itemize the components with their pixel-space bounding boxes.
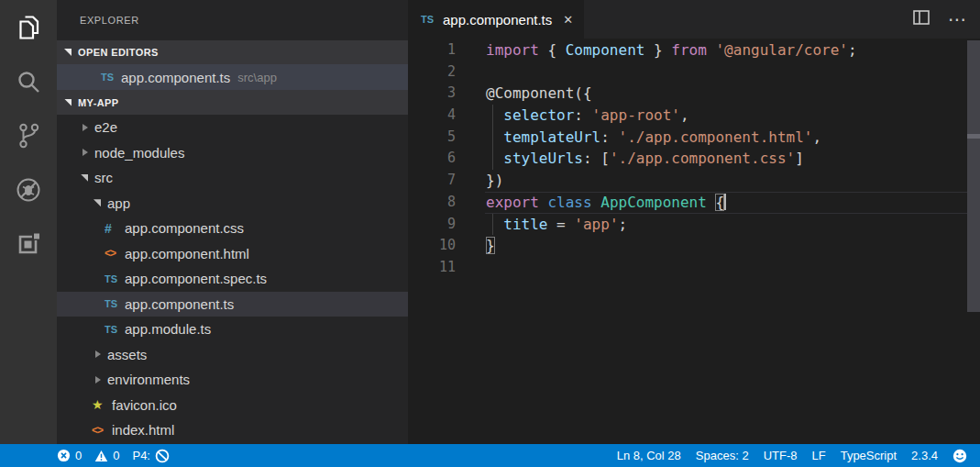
editor-scrollbar[interactable]	[967, 40, 980, 312]
text-cursor	[724, 194, 726, 210]
code-line-5[interactable]: 5 templateUrl: './app.component.html',	[408, 127, 980, 149]
vscode-window: EXPLORER OPEN EDITORS TSapp.component.ts…	[0, 0, 980, 467]
status-warnings[interactable]: 0	[94, 449, 119, 462]
code-line-3[interactable]: 3@Component({	[408, 83, 980, 105]
tree-folder-app[interactable]: app	[57, 191, 408, 217]
open-editor-item[interactable]: TSapp.component.tssrc\app	[57, 64, 408, 90]
status-language-mode-label: TypeScript	[841, 449, 897, 462]
status-perforce-label: P4:	[132, 449, 150, 462]
folder-expanded-twistie-icon	[79, 172, 92, 183]
tree-folder-node_modules[interactable]: node_modules	[57, 140, 408, 166]
extensions-icon	[16, 231, 41, 261]
status-language-mode[interactable]: TypeScript	[841, 449, 897, 462]
close-icon[interactable]: ✕	[563, 13, 573, 27]
status-encoding[interactable]: UTF-8	[764, 449, 798, 462]
code-line-10[interactable]: 10}	[408, 235, 980, 257]
tree-item-label: environments	[107, 372, 190, 387]
line-content: }	[486, 235, 495, 257]
explorer-sidebar: EXPLORER OPEN EDITORS TSapp.component.ts…	[57, 0, 408, 444]
editor-actions: ⋯	[913, 0, 980, 39]
split-editor-icon[interactable]	[913, 10, 930, 28]
status-indentation[interactable]: Spaces: 2	[696, 449, 749, 462]
activity-bar-item-search[interactable]	[0, 56, 57, 110]
activity-bar-item-extensions[interactable]	[0, 218, 57, 272]
code-line-8[interactable]: 8export class AppComponent {	[408, 192, 980, 214]
activity-bar-item-debug[interactable]	[0, 164, 57, 218]
tree-file-index.html[interactable]: <>index.html	[57, 417, 408, 443]
tree-file-app.component.html[interactable]: <>app.component.html	[57, 241, 408, 267]
open-editor-label: app.component.ts	[121, 70, 230, 85]
tree-item-label: app.component.html	[125, 246, 249, 261]
scrollbar-cursor-decoration	[967, 134, 980, 139]
status-eol-label: LF	[811, 449, 825, 462]
tree-item-label: app	[107, 195, 130, 211]
code-editor[interactable]: 1import { Component } from '@angular/cor…	[408, 39, 980, 444]
line-content: title = 'app';	[486, 214, 627, 236]
status-errors[interactable]: 0	[57, 449, 82, 462]
tree-file-favicon.ico[interactable]: ★favicon.ico	[57, 393, 408, 418]
code-line-4[interactable]: 4 selector: 'app-root',	[408, 105, 980, 127]
line-number: 4	[408, 105, 456, 127]
line-number: 10	[408, 235, 456, 257]
section-expanded-twistie-icon	[62, 47, 75, 58]
tree-item-label: src	[94, 170, 113, 185]
star-file-icon: ★	[92, 397, 112, 412]
line-content: import { Component } from '@angular/core…	[486, 39, 857, 61]
status-ts-version[interactable]: 2.3.4	[911, 449, 938, 462]
tree-item-label: app.module.ts	[125, 321, 211, 337]
tree-file-app.component.spec.ts[interactable]: TSapp.component.spec.ts	[57, 266, 408, 292]
open-editor-description: src\app	[237, 71, 277, 84]
line-number: 2	[408, 61, 456, 83]
code-line-7[interactable]: 7})	[408, 170, 980, 192]
tab-label: app.component.ts	[443, 12, 552, 28]
debug-icon	[15, 176, 42, 207]
sidebar-title: EXPLORER	[57, 0, 408, 40]
status-perforce[interactable]: P4:	[132, 449, 170, 463]
status-indentation-label: Spaces: 2	[696, 449, 749, 462]
code-line-1[interactable]: 1import { Component } from '@angular/cor…	[408, 39, 980, 61]
code-line-9[interactable]: 9 title = 'app';	[408, 214, 980, 236]
line-content: selector: 'app-root',	[486, 105, 689, 127]
line-number: 11	[408, 257, 456, 279]
open-editors-section-header[interactable]: OPEN EDITORS	[57, 40, 408, 64]
tree-folder-e2e[interactable]: e2e	[57, 115, 408, 140]
tree-folder-assets[interactable]: assets	[57, 342, 408, 368]
project-section-header[interactable]: MY-APP	[57, 90, 408, 115]
activity-bar-item-source-control[interactable]	[0, 110, 57, 164]
tree-item-label: e2e	[94, 119, 117, 135]
code-content: 1import { Component } from '@angular/cor…	[408, 39, 980, 279]
status-encoding-label: UTF-8	[764, 449, 798, 462]
status-eol[interactable]: LF	[811, 449, 825, 462]
tree-file-app.component.css[interactable]: #app.component.css	[57, 216, 408, 241]
tree-item-label: index.html	[112, 422, 174, 438]
more-actions-icon[interactable]: ⋯	[948, 15, 967, 24]
editor-area: TS app.component.ts ✕ ⋯ 1import { Compon…	[408, 0, 980, 444]
css-file-icon: #	[105, 221, 125, 236]
tree-file-app.module.ts[interactable]: TSapp.module.ts	[57, 317, 408, 342]
warning-icon	[94, 450, 108, 462]
line-content: export class AppComponent {	[486, 192, 726, 214]
folder-collapsed-twistie-icon	[79, 147, 92, 158]
tree-file-app.component.ts[interactable]: TSapp.component.ts	[57, 292, 408, 317]
line-number: 7	[408, 170, 456, 192]
status-bar-left: 00P4:	[57, 449, 170, 463]
status-bar: 00P4: Ln 8, Col 28Spaces: 2UTF-8LFTypeSc…	[0, 444, 980, 467]
line-number: 1	[408, 39, 456, 61]
status-cursor-position-label: Ln 8, Col 28	[617, 449, 681, 462]
code-line-2[interactable]: 2	[408, 61, 980, 83]
code-line-6[interactable]: 6 styleUrls: ['./app.component.css']	[408, 148, 980, 170]
section-expanded-twistie-icon	[62, 97, 75, 108]
code-line-11[interactable]: 11	[408, 257, 980, 279]
status-cursor-position[interactable]: Ln 8, Col 28	[617, 449, 681, 462]
tree-item-label: favicon.ico	[112, 397, 177, 413]
line-number: 5	[408, 127, 456, 149]
tree-folder-src[interactable]: src	[57, 165, 408, 191]
tab-app-component-ts[interactable]: TS app.component.ts ✕	[408, 0, 584, 39]
ts-file-icon: TS	[101, 72, 121, 83]
html-file-icon: <>	[105, 247, 125, 260]
status-errors-label: 0	[75, 449, 82, 462]
activity-bar-item-explorer[interactable]	[0, 2, 57, 56]
tree-folder-environments[interactable]: environments	[57, 367, 408, 393]
status-feedback[interactable]	[952, 449, 967, 463]
ts-file-icon: TS	[105, 273, 125, 284]
